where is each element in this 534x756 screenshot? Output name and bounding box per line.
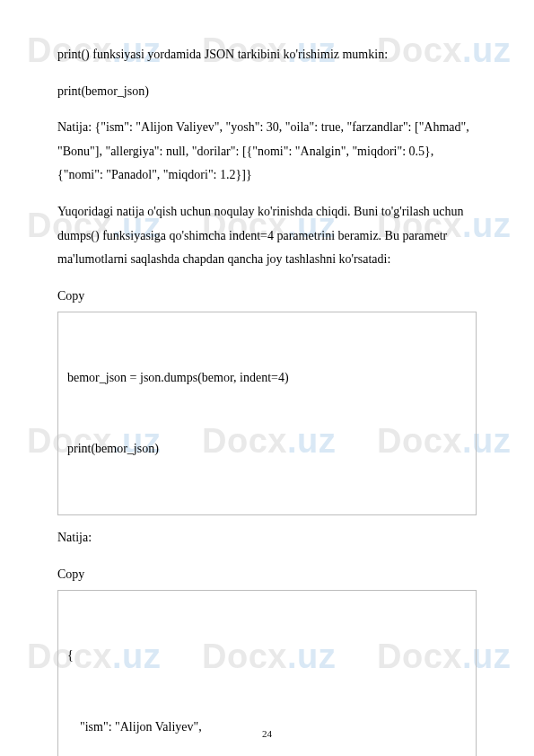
code-line: print(bemor_json): [67, 437, 467, 462]
copy-label: Copy: [57, 285, 477, 309]
code-block-1: bemor_json = json.dumps(bemor, indent=4)…: [57, 312, 477, 515]
page-content: print() funksiyasi yordamida JSON tarkib…: [57, 43, 477, 756]
code-block-2: { "ism": "Alijon Valiyev", "yosh": 30, "…: [57, 590, 477, 756]
paragraph: Natija: {"ism": "Alijon Valiyev", "yosh"…: [57, 116, 477, 188]
code-line: "ism": "Alijon Valiyev",: [67, 716, 467, 740]
paragraph: Yuqoridagi natija o'qish uchun noqulay k…: [57, 200, 477, 272]
paragraph: print(bemor_json): [57, 80, 477, 104]
code-line: {: [67, 644, 467, 668]
paragraph: Natija:: [57, 526, 477, 550]
code-line: bemor_json = json.dumps(bemor, indent=4): [67, 366, 467, 391]
copy-label: Copy: [57, 563, 477, 587]
paragraph: print() funksiyasi yordamida JSON tarkib…: [57, 43, 477, 67]
